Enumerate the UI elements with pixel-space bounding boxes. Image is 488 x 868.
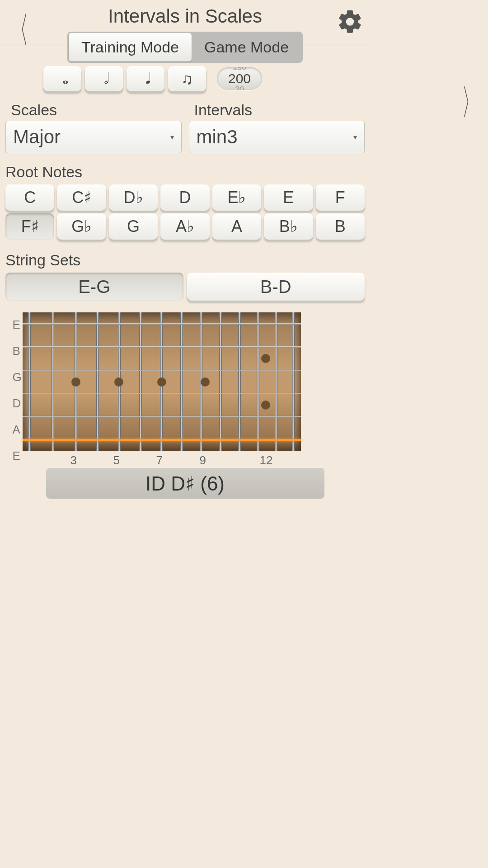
guitar-string[interactable]: [23, 323, 301, 325]
tab-game-mode[interactable]: Game Mode: [192, 33, 301, 61]
chevron-down-icon: ▾: [170, 133, 174, 142]
note-quarter-button[interactable]: 𝅘𝅥: [127, 66, 164, 91]
fret-marker: [114, 377, 123, 387]
guitar-string[interactable]: [23, 370, 301, 371]
string-set-E-G[interactable]: E-G: [5, 273, 183, 301]
note-half-button[interactable]: 𝅗𝅥: [85, 66, 123, 91]
mode-toggle[interactable]: Training Mode Game Mode: [67, 32, 303, 63]
string-label: D: [13, 396, 22, 410]
fret-wire: [139, 312, 142, 451]
root-note-Bflat[interactable]: B♭: [264, 213, 313, 240]
root-notes-label: Root Notes: [0, 153, 370, 183]
root-note-B[interactable]: B: [316, 213, 365, 240]
root-note-G[interactable]: G: [109, 213, 158, 240]
chevron-down-icon: ▾: [353, 133, 357, 142]
root-note-Dflat[interactable]: D♭: [109, 184, 158, 211]
root-note-Csharp[interactable]: C♯: [57, 184, 106, 211]
string-label: E: [13, 449, 22, 463]
scales-label: Scales: [5, 91, 182, 121]
string-set-B-D[interactable]: B-D: [187, 273, 365, 301]
fret-wire: [219, 312, 222, 451]
fret-number: 5: [113, 453, 120, 467]
fret-marker: [261, 354, 270, 363]
guitar-string[interactable]: [23, 416, 301, 417]
string-label: A: [13, 423, 22, 437]
string-sets-label: String Sets: [0, 241, 370, 271]
root-note-Fsharp[interactable]: F♯: [5, 213, 54, 240]
fret-marker: [157, 377, 166, 387]
fret-number: 3: [70, 453, 77, 467]
scales-value: Major: [13, 126, 61, 148]
root-note-Gflat[interactable]: G♭: [57, 213, 106, 240]
intervals-value: min3: [197, 126, 238, 148]
fret-wire: [52, 312, 54, 451]
root-note-Eflat[interactable]: E♭: [212, 184, 261, 211]
back-button[interactable]: 〈: [10, 5, 29, 55]
fret-wire: [292, 312, 295, 451]
tempo-picker[interactable]: 190 200 20: [217, 67, 262, 90]
settings-button[interactable]: [337, 8, 364, 35]
gear-icon: [337, 8, 364, 35]
intervals-dropdown[interactable]: min3 ▾: [189, 121, 365, 153]
fret-number: 9: [200, 453, 206, 467]
string-label: E: [13, 318, 22, 332]
tab-training-mode[interactable]: Training Mode: [69, 33, 192, 61]
fret-wire: [257, 312, 259, 451]
note-whole-button[interactable]: 𝅝: [43, 66, 81, 91]
tempo-next: 20: [235, 85, 244, 90]
page-title: Intervals in Scales: [0, 5, 370, 27]
fret-number: 12: [260, 453, 273, 467]
note-eighth-button[interactable]: ♫: [168, 66, 206, 91]
string-label: B: [13, 344, 22, 358]
root-note-A[interactable]: A: [212, 213, 261, 240]
fret-wire: [238, 312, 241, 451]
fret-wire: [28, 312, 31, 451]
fret-marker: [261, 401, 270, 410]
root-note-F[interactable]: F: [316, 184, 365, 211]
guitar-string[interactable]: [23, 346, 301, 348]
intervals-label: Intervals: [189, 91, 365, 121]
root-note-C[interactable]: C: [5, 184, 54, 211]
fret-marker: [201, 377, 210, 387]
fret-wire: [180, 312, 183, 451]
root-note-E[interactable]: E: [264, 184, 313, 211]
fret-number: 7: [156, 453, 163, 467]
fret-wire: [275, 312, 277, 451]
fret-marker: [71, 377, 80, 387]
tempo-prev: 190: [233, 67, 246, 72]
root-note-Aflat[interactable]: A♭: [160, 213, 209, 240]
fretboard[interactable]: EBGDAE 357912: [23, 312, 348, 453]
tempo-value: 200: [228, 71, 251, 86]
guitar-string[interactable]: [23, 393, 301, 394]
root-note-D[interactable]: D: [160, 184, 209, 211]
scales-dropdown[interactable]: Major ▾: [5, 121, 182, 153]
string-sets-row: E-GB-D: [0, 271, 370, 302]
root-notes-grid: CC♯D♭DE♭EFF♯G♭GA♭AB♭B: [0, 183, 370, 241]
status-bar: ID D♯ (6): [46, 468, 324, 499]
string-label: G: [13, 370, 22, 384]
guitar-string[interactable]: [23, 439, 301, 441]
fret-wire: [96, 312, 99, 451]
